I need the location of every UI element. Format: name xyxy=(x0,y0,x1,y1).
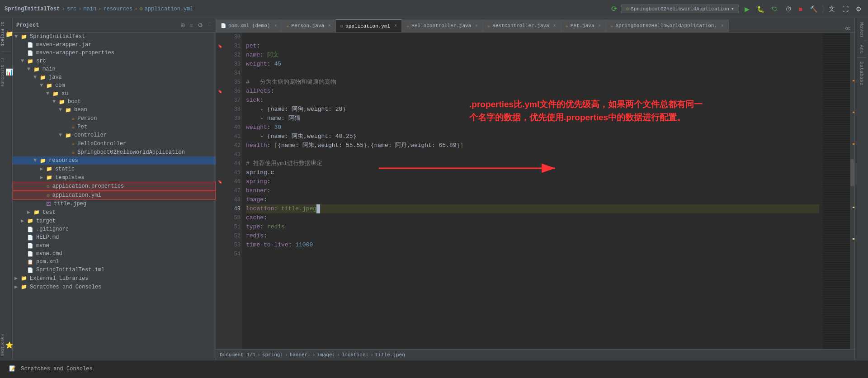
code-line[interactable]: redis: xyxy=(246,232,819,241)
sidebar-sync-btn[interactable]: ⊕ xyxy=(179,21,186,29)
code-line[interactable]: name: 阿文 xyxy=(246,51,819,60)
close-icon[interactable]: × xyxy=(599,24,601,28)
tree-item-pom.xml[interactable]: 📋pom.xml xyxy=(13,258,216,266)
tree-item-help.md[interactable]: 📄HELP.md xyxy=(13,233,216,241)
code-line[interactable] xyxy=(246,150,819,159)
editor-scrollbar[interactable] xyxy=(850,33,854,349)
tree-item-hellocontroller[interactable]: ☕HelloController xyxy=(13,139,216,148)
tree-item-mvnw.cmd[interactable]: 📄mvnw.cmd xyxy=(13,250,216,258)
tree-item-title.jpeg[interactable]: 🖼title.jpeg xyxy=(13,200,216,208)
settings-button[interactable]: ⚙ xyxy=(854,5,863,14)
code-line[interactable]: spring.c xyxy=(246,168,819,177)
code-line[interactable]: image: xyxy=(246,195,819,204)
sidebar-gear-btn[interactable]: ⚙ xyxy=(197,21,204,29)
code-line[interactable]: allPets: xyxy=(246,87,819,96)
tab-scratches[interactable]: 📝 Scratches and Consoles xyxy=(4,364,98,375)
tree-item-application.yml[interactable]: ⚙application.yml xyxy=(13,191,216,200)
tree-item-label: External Libraries xyxy=(30,275,89,282)
sidebar-item-favorites[interactable]: ⭐ Favorites xyxy=(0,331,14,360)
tree-item-person[interactable]: ☕Person xyxy=(13,114,216,123)
tree-item-scratches_and_consoles[interactable]: ▶📁Scratches and Consoles xyxy=(13,283,216,291)
code-line[interactable]: type: redis xyxy=(246,222,819,232)
run-button[interactable]: ▶ xyxy=(743,5,751,14)
tree-item-external_libraries[interactable]: ▶📁External Libraries xyxy=(13,274,216,283)
right-panel-database[interactable]: Database xyxy=(858,60,865,87)
fullscreen-button[interactable]: ⛶ xyxy=(840,5,850,14)
tree-item-maven-wrapper.jar[interactable]: 📄maven-wrapper.jar xyxy=(13,41,216,49)
tab-pet[interactable]: ☕ Pet.java × xyxy=(561,19,606,32)
profile-button[interactable]: ⏱ xyxy=(783,5,793,14)
code-line[interactable]: weight: 30 xyxy=(246,123,819,132)
tab-hellocontroller[interactable]: ☕ HelloController.java × xyxy=(402,19,483,32)
close-icon[interactable]: × xyxy=(328,24,331,28)
tab-chevron-icon[interactable]: ≪ xyxy=(841,25,854,32)
tree-item-static[interactable]: ▶📁static xyxy=(13,165,216,173)
tree-item-test[interactable]: ▶📁test xyxy=(13,208,216,217)
tree-item-springboot02helloworldapplication[interactable]: ☕Springboot02HelloworldApplication xyxy=(13,148,216,156)
code-editor[interactable]: pet: name: 阿文 weight: 45 # 分为生病的宠物和健康的宠物… xyxy=(242,33,823,349)
code-line[interactable] xyxy=(246,33,819,42)
code-line[interactable]: cache: xyxy=(246,213,819,222)
code-line[interactable]: weight: 45 xyxy=(246,60,819,69)
sidebar-minimize-btn[interactable]: − xyxy=(207,21,212,29)
tree-item-springinitialtest.iml[interactable]: 📄SpringInitialTest.iml xyxy=(13,266,216,274)
code-line[interactable] xyxy=(246,250,819,259)
project-name[interactable]: SpringInitialTest xyxy=(5,6,60,12)
tree-item-com[interactable]: ▼📁com xyxy=(13,81,216,90)
close-icon[interactable]: × xyxy=(475,24,478,28)
code-line[interactable]: - {name: 阿虫,weight: 40.25} xyxy=(246,132,819,141)
right-panel-ant[interactable]: Ant xyxy=(858,43,865,56)
sidebar-item-project[interactable]: 📁 1: Project xyxy=(0,18,14,50)
tree-item-label: .gitignore xyxy=(36,226,69,232)
code-line[interactable]: # 分为生病的宠物和健康的宠物 xyxy=(246,78,819,87)
close-icon[interactable]: × xyxy=(274,24,277,28)
code-line[interactable]: pet: xyxy=(246,42,819,51)
right-panel-maven[interactable]: Maven xyxy=(858,20,865,39)
tree-item-maven-wrapper.properties[interactable]: 📄maven-wrapper.properties xyxy=(13,49,216,57)
line-number: 43 xyxy=(226,150,241,159)
close-icon[interactable]: × xyxy=(553,24,556,28)
code-line[interactable] xyxy=(246,69,819,78)
tree-item-application.properties[interactable]: ⚙application.properties xyxy=(13,182,216,191)
tree-item-.gitignore[interactable]: 📄.gitignore xyxy=(13,225,216,233)
tab-person[interactable]: ☕ Person.java × xyxy=(282,19,336,32)
folder-icon: 📁 xyxy=(46,175,52,180)
debug-button[interactable]: 🐛 xyxy=(755,5,766,14)
sidebar-collapse-btn[interactable]: ≡ xyxy=(189,21,194,29)
code-line[interactable]: time-to-live: 11000 xyxy=(246,241,819,250)
tree-item-java[interactable]: ▼📁java xyxy=(13,73,216,81)
code-line[interactable]: location: title.jpeg xyxy=(246,204,819,213)
sidebar-item-structure[interactable]: 📊 7: Structure xyxy=(0,54,14,90)
tree-item-resources[interactable]: ▼📁resources xyxy=(13,156,216,165)
translate-button[interactable]: 文 xyxy=(827,4,837,14)
tree-item-target[interactable]: ▶📁target xyxy=(13,217,216,225)
stop-button[interactable]: ■ xyxy=(797,5,804,14)
tree-item-bean[interactable]: ▼📁bean xyxy=(13,106,216,114)
tree-item-boot[interactable]: ▼📁boot xyxy=(13,98,216,106)
tab-springbootapp[interactable]: ☕ Springboot02HelloworldApplication. × xyxy=(606,19,729,32)
tree-item-mvnw[interactable]: 📄mvnw xyxy=(13,241,216,250)
close-icon[interactable]: × xyxy=(721,24,724,28)
tab-pom[interactable]: 📄 pom.xml (demo) × xyxy=(216,19,282,32)
tree-item-pet[interactable]: ☕Pet xyxy=(13,123,216,131)
tree-item-templates[interactable]: ▶📁templates xyxy=(13,173,216,182)
tree-item-springinitialtest[interactable]: ▼📁SpringInitialTest xyxy=(13,33,216,41)
code-line[interactable]: # 推荐使用yml进行数据绑定 xyxy=(246,159,819,168)
code-line[interactable]: banner: xyxy=(246,186,819,195)
build-button[interactable]: 🔨 xyxy=(808,5,819,14)
tree-item-controller[interactable]: ▼📁controller xyxy=(13,131,216,139)
tree-item-xu[interactable]: ▼📁xu xyxy=(13,90,216,98)
scrollbar-thumb[interactable] xyxy=(850,159,854,186)
code-line[interactable]: spring: xyxy=(246,177,819,186)
close-icon[interactable]: × xyxy=(394,24,397,28)
tree-item-main[interactable]: ▼📁main xyxy=(13,65,216,73)
tab-restcontroller[interactable]: ☕ RestController.java × xyxy=(483,19,561,32)
tab-appyml[interactable]: ⚙ application.yml × xyxy=(336,19,402,32)
code-line[interactable]: health: [{name: 阿朱,weight: 55.55},{name:… xyxy=(246,141,819,150)
code-line[interactable]: sick: xyxy=(246,96,819,105)
coverage-button[interactable]: 🛡 xyxy=(770,5,780,14)
code-line[interactable]: - name: 阿猫 xyxy=(246,114,819,123)
code-line[interactable]: - {name: 阿狗,weight: 20} xyxy=(246,105,819,114)
run-config-selector[interactable]: ⚙ Springboot02HelloworldApplication ▾ xyxy=(621,5,739,13)
tree-item-src[interactable]: ▼📁src xyxy=(13,57,216,65)
